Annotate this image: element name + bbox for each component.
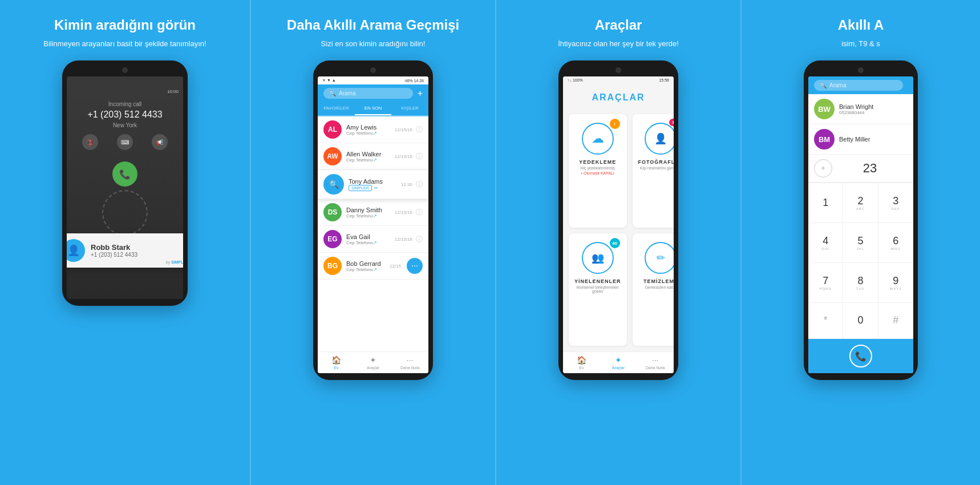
tool-label-fotograflar: FOTOĞRAFLAR [638,159,674,165]
contact-time-tony: 12:30 [401,182,412,187]
key-main-1: 1 [823,197,828,209]
search-bar-2: 🔍 Arama + [318,84,428,102]
contact-row-allen[interactable]: AW Allen Walker Cep Telefonu ↗ 12/15/16 … [318,143,428,170]
dialer-contact-betty[interactable]: BM Betty Miller [808,124,913,155]
info-icon-danny[interactable]: ⓘ [416,208,423,217]
tab-favorites[interactable]: FAVORİLER [318,102,355,115]
tab-contacts[interactable]: KİŞİLER [391,102,428,115]
contact-time-bob: 12/15 [390,264,401,269]
caller-avatar: 👤 [67,239,85,262]
badge-yinelenenenler: 40 [610,238,620,248]
panel-2: Daha Akıllı Arama Geçmişi Sizi en son ki… [250,0,495,485]
tool-fotograflar[interactable]: 163 👤 FOTOĞRAFLAR Kişi resimlerini günce… [633,114,674,228]
contact-row-eva[interactable]: EG Eva Gail Cep Telefonu ↗ 12/15/16 ⓘ [318,226,428,253]
tool-label-temizleme: TEMİZLEME [643,278,674,284]
key-3[interactable]: 3 DEF [878,183,913,223]
contact-row-bob[interactable]: BG Bob Gerrard Cep Telefonu ↗ 12/15 ⋯ [318,253,428,280]
add-contact-btn[interactable]: + [814,159,832,177]
nav-more-label-3: Daha fazla [646,366,665,370]
key-sub-8: TUV [856,287,865,290]
avatar-eva: EG [323,230,342,248]
key-5[interactable]: 5 JKL [843,223,878,263]
caller-info: Robb Stark +1 (203) 512 4433 [91,243,183,258]
contact-details-bob: Bob Gerrard Cep Telefonu ↗ [346,260,390,272]
contact-time-danny: 12/15/16 [395,210,412,215]
key-hash[interactable]: # [878,303,913,340]
info-icon-tony[interactable]: ⓘ [416,180,423,189]
nav-home-icon-2: 🏠 [331,355,341,365]
contact-sub-eva: Cep Telefonu ↗ [346,240,395,245]
key-main-2: 2 [857,195,863,207]
panel3-title: Araçlar [595,17,642,34]
tool-yedekleme[interactable]: ! ☁ YEDEKLEME Hiç yedeklenmemiş • Otomat… [569,114,627,228]
key-8[interactable]: 8 TUV [843,263,878,303]
status-right-2: 46% 14:28 [405,79,424,83]
dialer-contact-brian[interactable]: BW Brian Wright 0523880444 [808,94,913,124]
contact-row-amy[interactable]: AL Amy Lewis Cep Telefonu ↗ 12/15/16 ⓘ [318,116,428,143]
key-7[interactable]: 7 PQRS [808,263,843,303]
nav-ev-2[interactable]: 🏠 Ev [318,355,355,370]
key-0[interactable]: 0 [843,303,878,340]
contact-row-danny[interactable]: DS Danny Smith Cep Telefonu ↗ 12/15/16 ⓘ [318,199,428,226]
nav-araclar-3[interactable]: ✦ Araçlar [600,355,637,370]
nav-more-2[interactable]: ··· Daha fazla [391,355,428,370]
tool-icon-fotograflar: 👤 [645,123,674,155]
key-sub-7: PQRS [820,287,832,290]
action-btn-2[interactable]: ⌨ [117,134,133,150]
info-icon-amy[interactable]: ⓘ [416,125,423,135]
key-2[interactable]: 2 ABC [843,183,878,223]
tool-temizleme[interactable]: ✏ TEMİZLEME Gereksizleri kaldır [633,233,674,346]
tool-sublabel2-yedekleme: • Otomatik KAPALI [581,171,614,175]
contact-row-tony[interactable]: 🔍 Tony Adams SIMPLER ✏ 12:30 ⓘ [318,170,428,199]
action-btn-3[interactable]: 📢 [152,134,168,150]
key-9[interactable]: 9 WXYZ [878,263,913,303]
avatar-amy: AL [323,120,342,139]
incoming-call-screen: 10:00 Incoming call +1 (203) 512 4433 Ne… [67,76,183,299]
contact-sub-bob: Cep Telefonu ↗ [346,267,390,272]
tool-sublabel-yinelenenenler: Muhtemel birleştirmeleri göster [577,285,619,293]
search-icon-4: 🔍 [820,82,827,88]
tool-yinelenenenler[interactable]: 40 👥 YİNELENENLER Muhtemel birleştirmele… [569,233,627,346]
fab-button-2[interactable]: ⋯ [407,258,423,274]
incoming-number: +1 (203) 512 4433 [87,110,162,120]
search-text-4: Arama [829,82,846,88]
avatar-bob: BG [323,257,342,275]
key-main-5: 5 [857,235,863,247]
nav-ev-3[interactable]: 🏠 Ev [563,355,600,370]
key-4[interactable]: 4 GHI [808,223,843,263]
call-button-4[interactable]: 📞 [849,345,872,367]
search-bar-4: 🔍 Arama [808,76,913,94]
incoming-location: New York [113,122,137,128]
dialer-name-betty: Betty Miller [839,136,908,143]
action-btn-1[interactable]: 📵 [82,134,98,150]
key-main-hash: # [893,314,898,326]
info-icon-allen[interactable]: ⓘ [416,152,423,161]
info-icon-eva[interactable]: ⓘ [416,235,423,244]
search-input-area-4[interactable]: 🔍 Arama [814,80,903,91]
nav-tools-icon-3: ✦ [615,355,622,365]
nav-tools-icon-2: ✦ [370,355,376,365]
search-input-area-2[interactable]: 🔍 Arama [323,88,413,99]
contact-name-bob: Bob Gerrard [346,260,390,267]
nav-home-icon-3: 🏠 [577,355,586,365]
key-main-7: 7 [823,275,828,287]
contact-time-amy: 12/15/16 [395,127,412,132]
tab-recent[interactable]: EN SON [355,102,392,115]
key-6[interactable]: 6 MNO [878,223,913,263]
dialer-name-brian: Brian Wright [839,103,908,110]
answer-button[interactable]: 📞 [112,161,137,187]
nav-araclar-2[interactable]: ✦ Araçlar [355,355,392,370]
call-button-area: 📞 [808,339,913,373]
nav-more-icon-3: ··· [652,355,659,365]
key-star[interactable]: * [808,303,843,340]
dialer-info-brian: Brian Wright 0523880444 [839,103,908,115]
nav-more-3[interactable]: ··· Daha fazla [637,355,674,370]
avatar-danny: DS [323,203,342,221]
number-display: 23 [832,161,908,176]
status-icons-2: ✕ ▼ ▲ [322,78,336,83]
key-1[interactable]: 1 [808,183,843,223]
contact-details-danny: Danny Smith Cep Telefonu ↗ [346,207,395,219]
panel2-subtitle: Sizi en son kimin aradığını bilin! [321,38,426,50]
key-main-6: 6 [893,235,898,247]
add-icon-2[interactable]: + [418,88,423,99]
